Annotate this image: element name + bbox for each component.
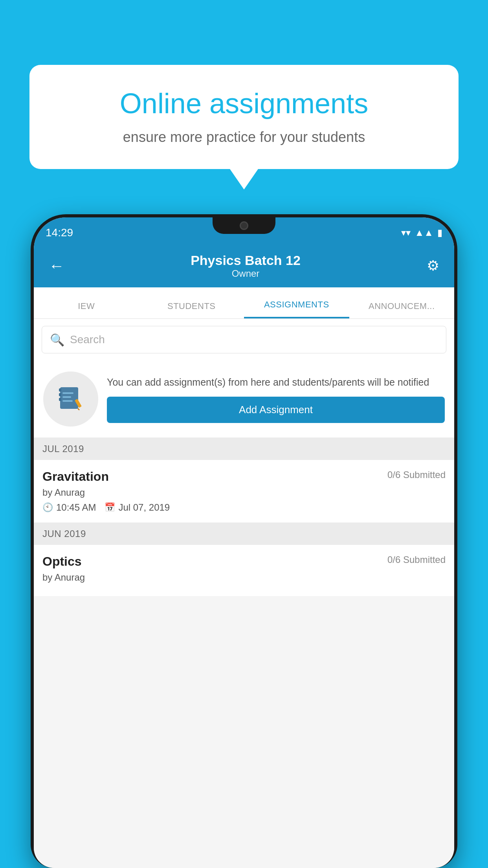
notebook-icon (57, 385, 84, 413)
speech-bubble-wrapper: Online assignments ensure more practice … (29, 65, 459, 169)
search-icon: 🔍 (50, 333, 64, 347)
phone-frame: 14:29 ▾▾ ▲▲ ▮ ← Physics Batch 12 Owner ⚙… (31, 214, 457, 868)
app-bar: ← Physics Batch 12 Owner ⚙ (34, 244, 454, 287)
svg-rect-1 (59, 388, 61, 392)
back-button[interactable]: ← (45, 253, 68, 279)
assignment-meta-gravitation: 🕙 10:45 AM 📅 Jul 07, 2019 (42, 502, 446, 513)
tab-assignments[interactable]: ASSIGNMENTS (244, 300, 349, 318)
clock-icon: 🕙 (42, 502, 53, 513)
svg-marker-8 (77, 408, 80, 410)
assignment-by-gravitation: by Anurag (42, 487, 446, 498)
assignment-time: 🕙 10:45 AM (42, 502, 96, 513)
svg-rect-3 (59, 398, 61, 401)
tabs: IEW STUDENTS ASSIGNMENTS ANNOUNCEM... (34, 287, 454, 319)
front-camera (240, 221, 248, 230)
status-icons: ▾▾ ▲▲ ▮ (401, 223, 442, 238)
wifi-icon: ▾▾ (401, 227, 411, 238)
svg-rect-5 (62, 396, 71, 398)
promo-text: You can add assignment(s) from here and … (107, 375, 445, 390)
search-placeholder: Search (70, 333, 105, 346)
assignment-submitted-optics: 0/6 Submitted (387, 554, 446, 565)
phone-notch (213, 217, 275, 234)
assignment-submitted-gravitation: 0/6 Submitted (387, 469, 446, 480)
tab-iew[interactable]: IEW (34, 301, 139, 318)
app-bar-center: Physics Batch 12 Owner (191, 253, 301, 279)
svg-rect-4 (62, 392, 73, 394)
svg-rect-6 (62, 400, 73, 402)
assignment-by-optics: by Anurag (42, 572, 446, 583)
settings-button[interactable]: ⚙ (423, 254, 443, 278)
speech-bubble: Online assignments ensure more practice … (29, 65, 459, 169)
assignment-item-gravitation[interactable]: Gravitation 0/6 Submitted by Anurag 🕙 10… (34, 460, 454, 523)
promo-card: You can add assignment(s) from here and … (34, 360, 454, 438)
app-bar-title: Physics Batch 12 (191, 253, 301, 268)
assignment-name-optics: Optics (42, 554, 82, 569)
assignment-time-value: 10:45 AM (56, 502, 96, 513)
section-header-jul2019: JUL 2019 (34, 438, 454, 460)
assignment-top-optics: Optics 0/6 Submitted (42, 554, 446, 569)
svg-rect-2 (59, 393, 61, 396)
assignment-top: Gravitation 0/6 Submitted (42, 469, 446, 484)
calendar-icon: 📅 (105, 502, 115, 513)
search-input[interactable]: 🔍 Search (42, 326, 446, 353)
promo-content: You can add assignment(s) from here and … (107, 375, 445, 423)
phone-inner: 14:29 ▾▾ ▲▲ ▮ ← Physics Batch 12 Owner ⚙… (34, 217, 454, 868)
status-time: 14:29 (46, 223, 73, 239)
app-bar-subtitle: Owner (191, 268, 301, 279)
assignment-item-optics[interactable]: Optics 0/6 Submitted by Anurag (34, 545, 454, 597)
assignment-name-gravitation: Gravitation (42, 469, 109, 484)
add-assignment-button[interactable]: Add Assignment (107, 397, 445, 423)
svg-rect-0 (60, 387, 78, 409)
speech-bubble-subtitle: ensure more practice for your students (55, 129, 433, 145)
signal-icon: ▲▲ (415, 227, 433, 238)
tab-announcements[interactable]: ANNOUNCEM... (349, 301, 455, 318)
assignment-date-value: Jul 07, 2019 (118, 502, 170, 513)
battery-icon: ▮ (437, 227, 442, 238)
promo-icon (43, 371, 98, 427)
assignment-date: 📅 Jul 07, 2019 (105, 502, 170, 513)
speech-bubble-title: Online assignments (55, 86, 433, 120)
section-header-jun2019: JUN 2019 (34, 523, 454, 545)
content-area: 🔍 Search (34, 319, 454, 868)
search-bar: 🔍 Search (34, 319, 454, 360)
tab-students[interactable]: STUDENTS (139, 301, 244, 318)
